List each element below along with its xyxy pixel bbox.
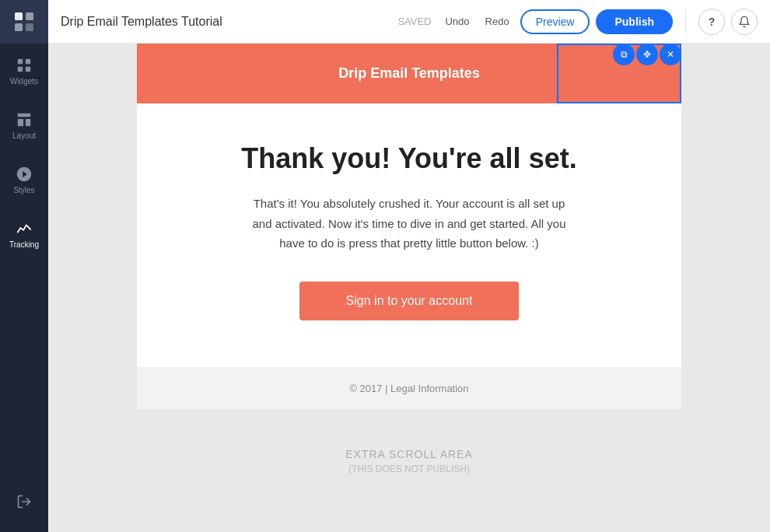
cta-button[interactable]: Sign in to your account bbox=[299, 282, 520, 320]
email-header-block[interactable]: Drip Email Templates ⧉ ✥ ✕ bbox=[137, 44, 681, 103]
svg-rect-1 bbox=[26, 12, 33, 20]
help-button[interactable]: ? bbox=[698, 9, 725, 35]
sidebar-item-tracking[interactable]: Tracking bbox=[0, 207, 48, 261]
styles-icon bbox=[16, 166, 33, 183]
redo-button[interactable]: Redo bbox=[481, 12, 514, 30]
sidebar-item-layout[interactable]: Layout bbox=[0, 98, 48, 152]
footer-text: © 2017 | Legal Information bbox=[349, 383, 468, 394]
email-header-title: Drip Email Templates bbox=[168, 65, 650, 82]
exit-icon bbox=[16, 494, 32, 509]
email-content-block: Thank you! You're all set. That's it! Yo… bbox=[137, 103, 681, 367]
sidebar-item-layout-label: Layout bbox=[12, 131, 36, 140]
sidebar-item-widgets-label: Widgets bbox=[10, 77, 38, 86]
sidebar-logo[interactable] bbox=[0, 0, 48, 44]
saved-status: SAVED bbox=[397, 16, 431, 27]
grid-icon bbox=[16, 57, 33, 74]
sidebar-item-styles[interactable]: Styles bbox=[0, 152, 48, 207]
svg-rect-2 bbox=[15, 23, 23, 31]
svg-rect-9 bbox=[18, 119, 23, 126]
sidebar-item-widgets[interactable]: Widgets bbox=[0, 44, 48, 98]
block-move-button[interactable]: ✥ bbox=[636, 44, 658, 65]
svg-rect-6 bbox=[18, 66, 23, 71]
extra-scroll-sublabel: (THIS DOES NOT PUBLISH) bbox=[87, 464, 731, 474]
svg-rect-3 bbox=[26, 23, 33, 31]
svg-rect-10 bbox=[26, 119, 30, 126]
svg-rect-8 bbox=[18, 113, 31, 117]
move-icon: ✥ bbox=[643, 49, 651, 60]
main-area: Drip Email Templates Tutorial SAVED Undo… bbox=[48, 0, 770, 532]
svg-rect-5 bbox=[26, 58, 30, 63]
canvas[interactable]: Drip Email Templates ⧉ ✥ ✕ bbox=[48, 44, 770, 532]
topbar: Drip Email Templates Tutorial SAVED Undo… bbox=[48, 0, 770, 44]
logo-icon bbox=[13, 11, 35, 33]
block-delete-button[interactable]: ✕ bbox=[660, 44, 681, 65]
tracking-icon bbox=[16, 220, 33, 237]
extra-scroll-label: EXTRA SCROLL AREA bbox=[87, 448, 731, 460]
block-action-toolbar: ⧉ ✥ ✕ bbox=[613, 44, 681, 65]
notifications-button[interactable] bbox=[731, 9, 758, 35]
topbar-separator bbox=[685, 10, 686, 33]
svg-rect-4 bbox=[18, 58, 23, 63]
block-copy-button[interactable]: ⧉ bbox=[613, 44, 635, 65]
email-wrapper: Drip Email Templates ⧉ ✥ ✕ bbox=[137, 44, 681, 409]
bell-icon bbox=[738, 16, 751, 28]
email-footer-block: © 2017 | Legal Information bbox=[137, 367, 681, 409]
sidebar-bottom bbox=[0, 484, 48, 520]
sidebar-exit-button[interactable] bbox=[0, 484, 48, 520]
sidebar: Widgets Layout Styles Tracking bbox=[0, 0, 48, 532]
content-heading: Thank you! You're all set. bbox=[199, 142, 619, 175]
question-mark-icon: ? bbox=[709, 16, 716, 28]
extra-scroll-area: EXTRA SCROLL AREA (THIS DOES NOT PUBLISH… bbox=[48, 409, 770, 513]
sidebar-item-styles-label: Styles bbox=[13, 186, 34, 194]
svg-rect-7 bbox=[26, 66, 30, 71]
undo-button[interactable]: Undo bbox=[440, 12, 474, 30]
layout-icon bbox=[16, 111, 33, 128]
preview-button[interactable]: Preview bbox=[520, 9, 590, 34]
svg-rect-0 bbox=[15, 12, 23, 20]
delete-icon: ✕ bbox=[667, 49, 674, 60]
publish-button[interactable]: Publish bbox=[596, 9, 673, 34]
content-body: That's it! You absolutely crushed it. Yo… bbox=[246, 194, 572, 254]
sidebar-item-tracking-label: Tracking bbox=[9, 240, 39, 249]
topbar-actions: SAVED Undo Redo Preview Publish ? bbox=[397, 9, 758, 35]
page-title: Drip Email Templates Tutorial bbox=[61, 15, 397, 29]
copy-icon: ⧉ bbox=[621, 49, 628, 60]
